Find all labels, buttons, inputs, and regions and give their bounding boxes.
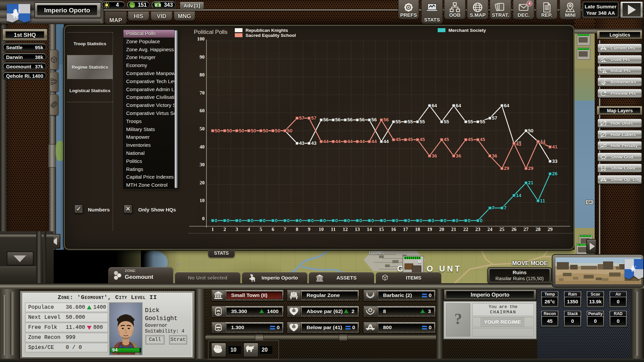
svg-text:50: 50 (528, 128, 533, 133)
svg-text:0: 0 (383, 218, 386, 223)
svg-text:Merchant Society: Merchant Society (448, 28, 486, 33)
svg-text:55: 55 (395, 119, 401, 124)
svg-text:0: 0 (432, 218, 434, 223)
svg-text:44: 44 (383, 139, 389, 144)
svg-text:14: 14 (516, 193, 521, 198)
svg-text:56: 56 (371, 117, 377, 122)
svg-text:9: 9 (308, 227, 311, 232)
svg-text:0: 0 (202, 216, 205, 221)
svg-text:25: 25 (499, 227, 504, 232)
svg-text:26: 26 (552, 171, 557, 176)
svg-text:7: 7 (504, 205, 506, 210)
svg-text:24: 24 (487, 227, 493, 232)
svg-text:3: 3 (235, 227, 238, 232)
svg-text:Sacred Equality School: Sacred Equality School (246, 33, 296, 38)
svg-text:0: 0 (347, 218, 350, 223)
svg-text:41: 41 (552, 144, 557, 149)
svg-text:26: 26 (512, 227, 517, 232)
svg-text:Political Polls: Political Polls (194, 29, 227, 35)
svg-text:27: 27 (524, 227, 529, 232)
svg-text:0: 0 (251, 218, 254, 223)
svg-text:16: 16 (391, 227, 396, 232)
svg-text:80: 80 (200, 72, 205, 77)
svg-text:56: 56 (383, 117, 389, 122)
svg-text:36: 36 (492, 153, 497, 159)
svg-text:11: 11 (540, 198, 545, 203)
svg-text:50: 50 (287, 128, 292, 133)
svg-text:0: 0 (371, 218, 374, 223)
svg-text:36: 36 (456, 153, 461, 159)
svg-text:44: 44 (347, 139, 353, 144)
svg-text:4: 4 (248, 227, 250, 232)
svg-text:45: 45 (444, 137, 449, 142)
svg-text:Republican Knights: Republican Knights (246, 28, 288, 33)
svg-text:0: 0 (287, 218, 290, 223)
svg-text:0: 0 (359, 218, 362, 223)
svg-text:0: 0 (227, 218, 229, 223)
svg-text:1: 1 (211, 227, 214, 232)
svg-text:7: 7 (284, 227, 286, 232)
svg-text:55: 55 (444, 119, 449, 124)
svg-text:23: 23 (475, 227, 480, 232)
svg-text:43: 43 (311, 140, 316, 146)
svg-text:57: 57 (492, 115, 497, 121)
svg-text:55: 55 (408, 119, 413, 124)
svg-text:7: 7 (492, 205, 494, 210)
svg-text:50: 50 (227, 128, 232, 133)
svg-text:50: 50 (215, 128, 220, 133)
svg-text:56: 56 (347, 117, 353, 122)
svg-text:0: 0 (420, 218, 422, 223)
svg-text:29: 29 (504, 166, 509, 171)
svg-text:55: 55 (420, 119, 425, 124)
svg-text:21: 21 (451, 227, 456, 232)
svg-text:18: 18 (415, 227, 420, 232)
svg-text:44: 44 (323, 139, 328, 144)
svg-text:70: 70 (200, 90, 205, 96)
svg-text:56: 56 (323, 117, 328, 122)
svg-text:57: 57 (311, 115, 316, 121)
svg-text:100: 100 (197, 36, 205, 42)
svg-text:10: 10 (319, 227, 324, 232)
svg-text:43: 43 (516, 141, 521, 147)
svg-text:50: 50 (239, 128, 244, 133)
svg-text:45: 45 (408, 137, 413, 142)
svg-text:0: 0 (263, 218, 266, 223)
svg-text:0: 0 (456, 218, 459, 223)
svg-text:43: 43 (299, 140, 305, 146)
svg-text:0: 0 (444, 218, 446, 223)
svg-text:$: $ (157, 4, 159, 7)
svg-text:30: 30 (200, 162, 205, 167)
svg-text:50: 50 (263, 128, 268, 133)
svg-text:2: 2 (223, 227, 226, 232)
svg-text:0: 0 (275, 218, 278, 223)
svg-text:29: 29 (528, 166, 533, 171)
svg-text:21: 21 (528, 180, 533, 185)
svg-text:14: 14 (367, 227, 372, 232)
svg-text:64: 64 (504, 103, 509, 108)
svg-text:50: 50 (200, 126, 205, 131)
svg-text:64: 64 (456, 103, 461, 108)
svg-text:36: 36 (432, 153, 437, 159)
svg-text:50: 50 (275, 128, 280, 133)
svg-text:0: 0 (395, 218, 398, 223)
svg-text:5: 5 (260, 227, 262, 232)
svg-text:8: 8 (296, 227, 299, 232)
svg-text:90: 90 (200, 54, 205, 60)
svg-text:11: 11 (331, 227, 335, 232)
svg-text:50: 50 (251, 128, 256, 133)
svg-text:45: 45 (468, 137, 473, 142)
svg-text:44: 44 (371, 139, 377, 144)
svg-text:19: 19 (427, 227, 432, 232)
svg-text:0: 0 (215, 218, 217, 223)
svg-text:0: 0 (335, 218, 338, 223)
svg-text:33: 33 (552, 159, 557, 164)
svg-text:12: 12 (343, 227, 348, 232)
svg-text:56: 56 (335, 117, 340, 122)
svg-text:44: 44 (540, 140, 545, 145)
svg-text:20: 20 (200, 180, 205, 185)
svg-text:0: 0 (468, 218, 471, 223)
svg-text:20: 20 (439, 227, 444, 232)
svg-text:15: 15 (379, 227, 384, 232)
svg-text:55: 55 (480, 119, 485, 124)
svg-text:45: 45 (420, 137, 425, 142)
